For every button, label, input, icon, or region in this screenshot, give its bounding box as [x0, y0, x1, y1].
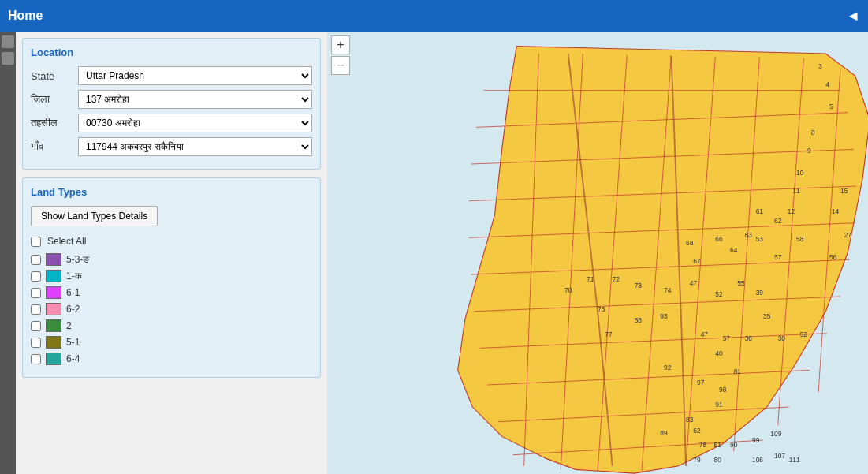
svg-text:64: 64 [730, 246, 738, 254]
svg-text:3: 3 [818, 62, 822, 70]
land-type-item: 5-3-ङ [31, 253, 312, 266]
select-all-label: Select All [47, 236, 86, 247]
svg-text:83: 83 [686, 416, 694, 424]
main-content: Location State Uttar Pradesh जिला 137 अम… [0, 32, 868, 474]
svg-text:63: 63 [745, 231, 753, 239]
land-type-label-2: 6-1 [66, 287, 80, 298]
select-all-checkbox[interactable] [31, 237, 41, 247]
land-type-item: 5-1 [31, 336, 312, 349]
land-type-item: 6-1 [31, 286, 312, 299]
land-types-section: Land Types Show Land Types Details Selec… [22, 177, 321, 378]
svg-text:99: 99 [752, 436, 760, 444]
svg-text:47: 47 [701, 330, 709, 338]
district-row: जिला 137 अमरोहा [31, 90, 312, 109]
svg-text:75: 75 [598, 305, 605, 313]
sidebar: Location State Uttar Pradesh जिला 137 अम… [16, 32, 327, 474]
layers-icon[interactable] [2, 52, 14, 65]
svg-text:81: 81 [734, 368, 742, 375]
state-row: State Uttar Pradesh [31, 66, 312, 85]
land-type-label-6: 6-4 [66, 353, 80, 364]
svg-text:4: 4 [825, 80, 829, 88]
svg-text:14: 14 [832, 207, 840, 215]
svg-text:5: 5 [829, 103, 833, 110]
svg-text:56: 56 [829, 253, 837, 261]
land-type-item: 2 [31, 319, 312, 332]
select-all-row: Select All [31, 236, 312, 247]
district-select[interactable]: 137 अमरोहा [78, 90, 312, 109]
svg-text:92: 92 [664, 364, 672, 371]
svg-text:12: 12 [788, 207, 795, 215]
svg-text:66: 66 [715, 235, 723, 243]
top-bar: Home ◄ [0, 0, 868, 32]
home-icon[interactable] [2, 35, 14, 48]
land-type-checkbox-1[interactable] [31, 271, 41, 282]
tehsil-row: तहसील 00730 अमरोहा [31, 114, 312, 132]
svg-text:88: 88 [635, 316, 643, 324]
land-type-label-3: 6-2 [66, 304, 80, 315]
svg-text:107: 107 [774, 452, 785, 460]
svg-text:36: 36 [745, 334, 753, 342]
svg-text:106: 106 [752, 456, 763, 464]
svg-text:91: 91 [715, 401, 723, 409]
svg-text:62: 62 [693, 427, 701, 435]
state-label: State [31, 70, 78, 82]
svg-text:57: 57 [774, 253, 782, 261]
svg-text:72: 72 [613, 275, 620, 283]
svg-text:111: 111 [789, 456, 800, 464]
left-icon-strip [0, 32, 16, 474]
svg-text:81: 81 [713, 441, 721, 449]
svg-text:79: 79 [693, 456, 701, 464]
land-type-item: 6-4 [31, 353, 312, 365]
village-select[interactable]: 117944 अकबरपुर सकैनिया [78, 137, 312, 156]
collapse-arrow[interactable]: ◄ [846, 8, 860, 24]
land-type-checkbox-2[interactable] [31, 288, 41, 298]
svg-text:9: 9 [807, 147, 811, 155]
map-svg: 3 4 5 8 9 10 11 12 14 15 27 56 58 57 53 … [327, 32, 868, 474]
svg-text:109: 109 [770, 430, 781, 438]
svg-text:80: 80 [713, 456, 721, 464]
svg-text:73: 73 [635, 282, 643, 289]
tehsil-select[interactable]: 00730 अमरोहा [78, 114, 312, 132]
svg-text:61: 61 [756, 207, 764, 215]
land-type-checkbox-6[interactable] [31, 354, 41, 364]
svg-text:57: 57 [723, 334, 731, 342]
svg-text:68: 68 [686, 239, 694, 247]
land-type-checkbox-0[interactable] [31, 255, 41, 265]
land-type-item: 1-क [31, 270, 312, 282]
svg-text:35: 35 [763, 312, 771, 320]
land-type-checkbox-5[interactable] [31, 338, 41, 348]
svg-text:89: 89 [660, 429, 668, 437]
svg-text:11: 11 [792, 187, 800, 195]
land-type-checkbox-3[interactable] [31, 304, 41, 315]
land-type-swatch-2 [46, 286, 61, 299]
zoom-in-button[interactable]: + [331, 35, 350, 54]
state-select[interactable]: Uttar Pradesh [78, 66, 312, 85]
svg-text:58: 58 [796, 235, 804, 243]
location-title: Location [31, 47, 312, 58]
tehsil-label: तहसील [31, 117, 78, 129]
land-types-title: Land Types [31, 186, 312, 198]
svg-text:74: 74 [664, 286, 672, 294]
land-type-swatch-0 [46, 253, 61, 266]
svg-text:40: 40 [715, 349, 723, 357]
land-type-checkbox-4[interactable] [31, 321, 41, 331]
land-type-label-1: 1-क [66, 271, 82, 282]
svg-text:90: 90 [730, 441, 738, 449]
land-type-item: 6-2 [31, 303, 312, 315]
svg-text:78: 78 [699, 441, 707, 449]
svg-text:97: 97 [697, 379, 705, 386]
home-title: Home [8, 9, 43, 23]
land-type-swatch-1 [46, 270, 61, 282]
svg-text:62: 62 [774, 217, 782, 225]
svg-text:39: 39 [756, 289, 764, 297]
map-controls: + − [331, 35, 350, 75]
svg-text:30: 30 [778, 334, 786, 342]
land-type-swatch-3 [46, 303, 61, 315]
svg-text:67: 67 [693, 257, 701, 265]
svg-text:98: 98 [719, 386, 727, 394]
land-type-swatch-4 [46, 319, 61, 332]
show-land-types-button[interactable]: Show Land Types Details [31, 206, 158, 226]
svg-text:52: 52 [715, 290, 723, 298]
zoom-out-button[interactable]: − [331, 56, 350, 75]
village-label: गाँव [31, 140, 78, 153]
